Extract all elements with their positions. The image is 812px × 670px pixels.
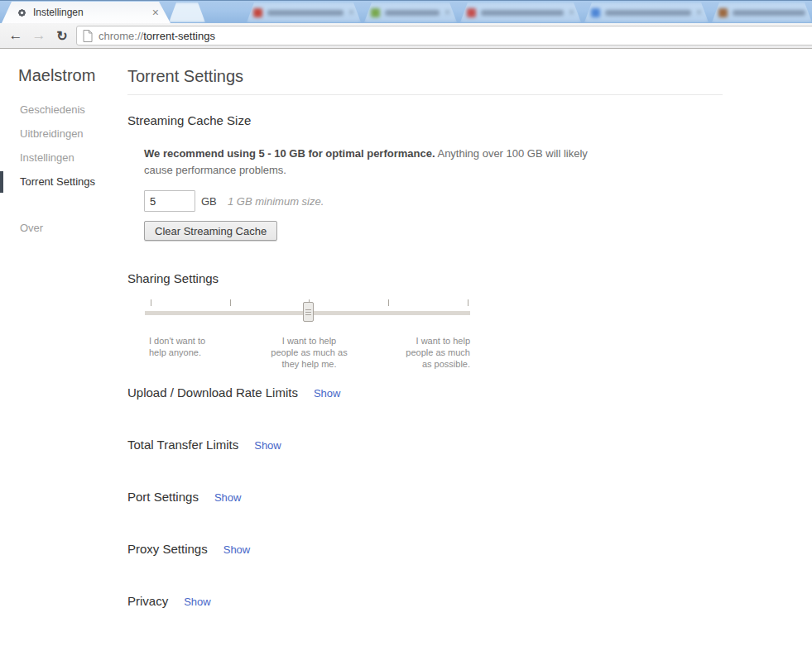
- reload-button[interactable]: ↻: [51, 25, 73, 46]
- slider-label-left: I don't want to help anyone.: [149, 335, 232, 358]
- tab-close-icon[interactable]: ×: [151, 7, 161, 18]
- sharing-slider-handle[interactable]: [303, 302, 314, 322]
- section-heading: Privacy: [127, 594, 168, 608]
- sidebar-item-over[interactable]: Over: [0, 216, 120, 240]
- gb-unit-label: GB: [201, 195, 217, 208]
- active-item-indicator: [0, 171, 3, 193]
- cache-size-input[interactable]: [144, 190, 195, 212]
- url-path: torrent-settings: [143, 30, 215, 42]
- cache-recommendation: We recommend using 5 - 10 GB for optimal…: [144, 146, 598, 179]
- tab-favicon: [371, 8, 380, 17]
- tab-favicon: [718, 8, 728, 17]
- section-heading: Proxy Settings: [127, 542, 208, 556]
- tab-title: Instellingen: [33, 7, 151, 18]
- tab-title-blurred: [733, 10, 805, 16]
- slider-tick: [151, 299, 151, 306]
- tab-title-blurred: [605, 10, 691, 16]
- background-tab-small[interactable]: [169, 2, 205, 22]
- sidebar-item-torrent-settings[interactable]: Torrent Settings: [0, 170, 120, 194]
- url-scheme: chrome://: [98, 30, 143, 42]
- app-title: Maelstrom: [18, 66, 95, 85]
- tab-close-icon[interactable]: ×: [696, 7, 702, 18]
- tab-strip: Instellingen × × × × ×: [0, 0, 812, 23]
- show-link[interactable]: Show: [184, 596, 211, 608]
- tab-title-blurred: [385, 10, 440, 16]
- address-bar[interactable]: chrome://torrent-settings: [76, 26, 812, 45]
- background-tab[interactable]: ×: [247, 2, 361, 22]
- streaming-cache-heading: Streaming Cache Size: [127, 113, 251, 127]
- tab-favicon: [253, 8, 262, 17]
- section-proxy-settings: Proxy Settings Show: [127, 542, 250, 556]
- show-link[interactable]: Show: [223, 543, 251, 556]
- slider-tick: [388, 299, 389, 306]
- show-link[interactable]: Show: [254, 439, 281, 452]
- background-tab[interactable]: ×: [584, 2, 709, 22]
- section-heading: Upload / Download Rate Limits: [127, 385, 298, 400]
- slider-tick: [230, 299, 231, 306]
- tab-close-icon[interactable]: ×: [348, 7, 354, 18]
- page-icon: [83, 30, 93, 42]
- show-link[interactable]: Show: [314, 387, 341, 400]
- sharing-settings-heading: Sharing Settings: [127, 271, 219, 285]
- section-heading: Total Transfer Limits: [127, 438, 238, 452]
- section-heading: Port Settings: [127, 490, 199, 504]
- section-total-transfer-limits: Total Transfer Limits Show: [127, 438, 281, 452]
- tab-title-blurred: [267, 10, 344, 16]
- section-port-settings: Port Settings Show: [127, 490, 241, 504]
- background-tab[interactable]: [712, 2, 812, 22]
- back-button[interactable]: ←: [5, 25, 26, 46]
- show-link[interactable]: Show: [214, 491, 242, 504]
- forward-button: →: [28, 25, 50, 46]
- tab-close-icon[interactable]: ×: [444, 7, 450, 18]
- gear-icon: [17, 7, 27, 18]
- background-tab[interactable]: ×: [364, 2, 457, 22]
- toolbar: ← → ↻ chrome://torrent-settings: [0, 23, 812, 49]
- url-text: chrome://torrent-settings: [98, 30, 215, 42]
- slider-label-right: I want to help people as much as possibl…: [394, 335, 470, 370]
- section-privacy: Privacy Show: [127, 594, 211, 608]
- sidebar-item-instellingen[interactable]: Instellingen: [0, 146, 120, 170]
- minimum-size-note: 1 GB minimum size.: [228, 195, 324, 208]
- slider-tick: [468, 299, 468, 306]
- clear-streaming-cache-button[interactable]: Clear Streaming Cache: [144, 221, 277, 241]
- sidebar-item-geschiedenis[interactable]: Geschiedenis: [0, 98, 120, 122]
- tab-favicon: [591, 8, 600, 17]
- tab-favicon: [467, 8, 476, 17]
- tab-instellingen[interactable]: Instellingen ×: [2, 2, 171, 23]
- section-upload-download-rate-limits: Upload / Download Rate Limits Show: [127, 385, 340, 400]
- tab-title-blurred: [481, 10, 564, 16]
- title-divider: [127, 94, 723, 95]
- background-tab[interactable]: ×: [460, 2, 581, 22]
- tab-close-icon[interactable]: ×: [569, 7, 574, 18]
- slider-label-center: I want to help people as much as they he…: [262, 335, 357, 370]
- sidebar-item-uitbreidingen[interactable]: Uitbreidingen: [0, 122, 120, 146]
- page-title: Torrent Settings: [127, 67, 243, 86]
- browser-window: Instellingen × × × × × ←: [0, 0, 812, 670]
- cache-recommendation-bold: We recommend using 5 - 10 GB for optimal…: [144, 147, 435, 160]
